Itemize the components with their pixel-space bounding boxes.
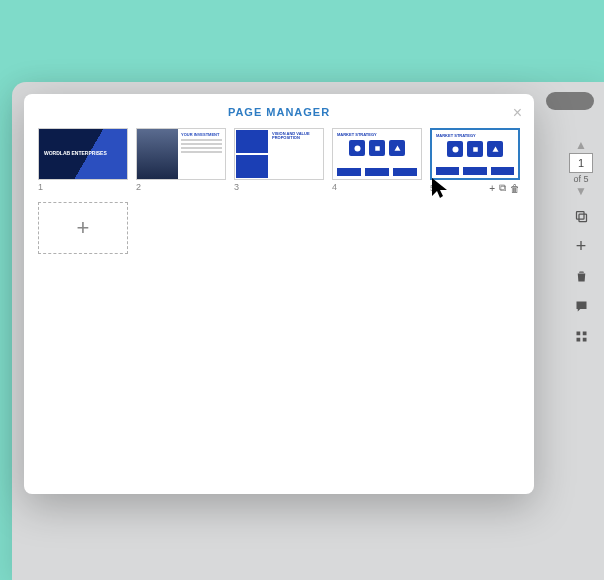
slide-number: 5 (430, 183, 435, 193)
svg-rect-7 (375, 146, 380, 151)
svg-rect-2 (576, 331, 580, 335)
slide-title: MARKET STRATEGY (432, 130, 518, 141)
close-button[interactable]: × (513, 104, 522, 122)
grid-view-button[interactable] (569, 324, 593, 348)
page-manager-modal: PAGE MANAGER × WORDLAB ENTERPRISES 1 YOU… (24, 94, 534, 494)
svg-rect-3 (582, 331, 586, 335)
slide-thumbnail[interactable]: VISION AND VALUE PROPOSITION 3 (234, 128, 324, 194)
slide-thumbnail[interactable]: WORDLAB ENTERPRISES 1 (38, 128, 128, 194)
add-page-button[interactable]: + (569, 234, 593, 258)
slide-thumbnail[interactable]: YOUR INVESTMENT 2 (136, 128, 226, 194)
slide-thumbnail[interactable]: MARKET STRATEGY 4 (332, 128, 422, 194)
delete-page-button[interactable] (569, 264, 593, 288)
slide-number: 2 (136, 182, 141, 192)
topbar-pill (546, 92, 594, 110)
slide-number: 1 (38, 182, 43, 192)
side-toolbar: ▲ 1 of 5 ▼ + (564, 138, 598, 348)
page-down-button[interactable]: ▼ (575, 184, 587, 198)
slide-add-button[interactable]: + (489, 183, 495, 194)
page-up-button[interactable]: ▲ (575, 138, 587, 152)
editor-window: ▲ 1 of 5 ▼ + PAGE MANAGER × WORDLAB ENTE… (12, 82, 604, 580)
svg-rect-9 (473, 147, 478, 152)
plus-icon: + (77, 215, 90, 241)
svg-rect-5 (582, 337, 586, 341)
page-current[interactable]: 1 (569, 153, 593, 173)
slide-title: VISION AND VALUE PROPOSITION (272, 132, 320, 140)
slide-title: MARKET STRATEGY (333, 129, 421, 140)
comment-button[interactable] (569, 294, 593, 318)
svg-point-6 (354, 145, 360, 151)
duplicate-page-button[interactable] (569, 204, 593, 228)
add-slide-tile[interactable]: + (38, 202, 128, 254)
comment-icon (574, 299, 589, 314)
thumbnail-grid: WORDLAB ENTERPRISES 1 YOUR INVESTMENT 2 (38, 128, 520, 254)
slide-thumbnail-selected[interactable]: MARKET STRATEGY 5 + ⧉ 🗑 (430, 128, 520, 194)
duplicate-icon (574, 209, 589, 224)
svg-rect-0 (579, 214, 587, 222)
slide-title: YOUR INVESTMENT (181, 132, 222, 137)
modal-title: PAGE MANAGER (38, 106, 520, 118)
slide-title: WORDLAB ENTERPRISES (44, 151, 107, 157)
slide-duplicate-button[interactable]: ⧉ (499, 182, 506, 194)
page-of-label: of 5 (573, 174, 588, 184)
svg-rect-1 (576, 211, 584, 219)
svg-point-8 (452, 146, 458, 152)
svg-rect-4 (576, 337, 580, 341)
slide-delete-button[interactable]: 🗑 (510, 183, 520, 194)
grid-icon (574, 329, 589, 344)
slide-number: 3 (234, 182, 239, 192)
slide-number: 4 (332, 182, 337, 192)
trash-icon (574, 269, 589, 284)
page-indicator: ▲ 1 of 5 ▼ (567, 138, 595, 198)
